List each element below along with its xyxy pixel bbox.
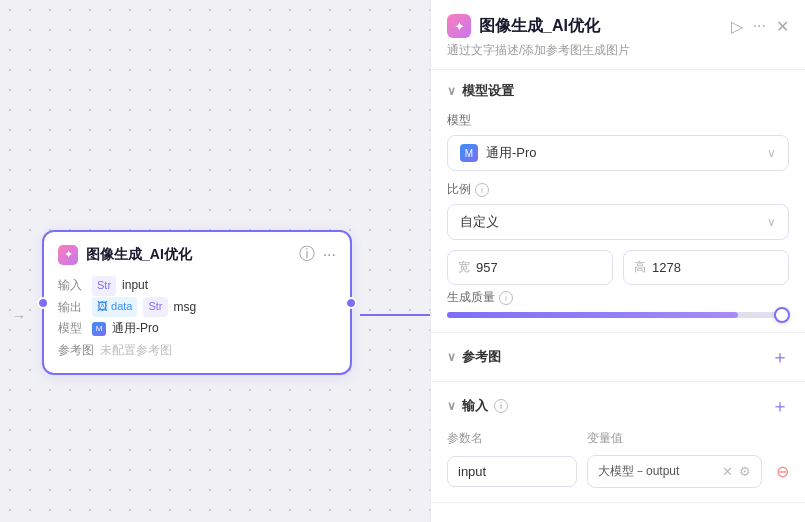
ratio-select[interactable]: 自定义 ∨ bbox=[447, 204, 789, 240]
output-value: msg bbox=[174, 297, 197, 319]
height-value: 1278 bbox=[652, 260, 681, 275]
model-select-icon: M bbox=[460, 144, 478, 162]
panel-body: ∨ 模型设置 模型 M 通用-Pro ∨ 比例 bbox=[431, 70, 805, 522]
node-card: ✦ 图像生成_AI优化 ⓘ ··· 输入 Str input 输出 🖼 data… bbox=[42, 230, 352, 375]
panel-run-button[interactable]: ▷ bbox=[731, 17, 743, 36]
panel-close-button[interactable]: ✕ bbox=[776, 17, 789, 36]
panel-icon: ✦ bbox=[447, 14, 471, 38]
panel-title-row: ✦ 图像生成_AI优化 ▷ ··· ✕ bbox=[447, 14, 789, 38]
model-select[interactable]: M 通用-Pro ∨ bbox=[447, 135, 789, 171]
output-badge-data: 🖼 data bbox=[92, 297, 137, 317]
connection-line bbox=[360, 314, 440, 316]
input-value-text: 大模型－output bbox=[598, 463, 679, 480]
node-title-wrap: ✦ 图像生成_AI优化 bbox=[58, 245, 192, 265]
ratio-field-label: 比例 i bbox=[447, 181, 789, 198]
input-badge-str: Str bbox=[92, 276, 116, 296]
input-value-settings-icon[interactable]: ⚙ bbox=[739, 464, 751, 479]
input-add-button[interactable]: ＋ bbox=[771, 394, 789, 418]
node-row-model: 模型 M 通用-Pro bbox=[58, 318, 336, 340]
right-panel: ✦ 图像生成_AI优化 ▷ ··· ✕ 通过文字描述/添加参考图生成图片 ∨ 模… bbox=[430, 0, 805, 522]
output-badge-msg: Str bbox=[143, 297, 167, 317]
node-row-output: 输出 🖼 data Str msg bbox=[58, 297, 336, 319]
col-value-header: 变量值 bbox=[587, 430, 789, 447]
node-actions: ⓘ ··· bbox=[299, 244, 336, 265]
node-row-input: 输入 Str input bbox=[58, 275, 336, 297]
width-field[interactable]: 宽 957 bbox=[447, 250, 613, 285]
col-param-header: 参数名 bbox=[447, 430, 577, 447]
node-header: ✦ 图像生成_AI优化 ⓘ ··· bbox=[58, 244, 336, 265]
chevron-model-settings: ∨ bbox=[447, 84, 456, 98]
slider-thumb[interactable] bbox=[774, 307, 790, 323]
model-value: 通用-Pro bbox=[112, 318, 159, 340]
node-title: 图像生成_AI优化 bbox=[86, 246, 192, 264]
panel-title-wrap: ✦ 图像生成_AI优化 bbox=[447, 14, 600, 38]
section-reference-header[interactable]: ∨ 参考图 ＋ bbox=[431, 333, 805, 381]
node-row-ref: 参考图 未配置参考图 bbox=[58, 340, 336, 362]
node-icon: ✦ bbox=[58, 245, 78, 265]
output-label: 输出 bbox=[58, 297, 86, 319]
panel-more-button[interactable]: ··· bbox=[753, 17, 766, 35]
ref-label: 参考图 bbox=[58, 340, 94, 362]
canvas: → ✦ 图像生成_AI优化 ⓘ ··· 输入 Str input 输出 bbox=[0, 0, 430, 522]
node-more-button[interactable]: ··· bbox=[323, 246, 336, 264]
left-connector bbox=[37, 297, 49, 309]
chevron-reference: ∨ bbox=[447, 350, 456, 364]
input-table-header: 参数名 变量值 bbox=[447, 430, 789, 447]
input-param-field[interactable]: input bbox=[447, 456, 577, 487]
section-model-settings-header[interactable]: ∨ 模型设置 bbox=[431, 70, 805, 112]
height-field[interactable]: 高 1278 bbox=[623, 250, 789, 285]
input-label: 输入 bbox=[58, 275, 86, 297]
width-label: 宽 bbox=[458, 259, 470, 276]
section-input: ∨ 输入 i ＋ 参数名 变量值 input 大模型－ bbox=[431, 382, 805, 503]
quality-section: 生成质量 i bbox=[447, 289, 789, 318]
section-reference: ∨ 参考图 ＋ bbox=[431, 333, 805, 382]
section-reference-title: ∨ 参考图 bbox=[447, 348, 501, 366]
input-section-info-icon[interactable]: i bbox=[494, 399, 508, 413]
height-label: 高 bbox=[634, 259, 646, 276]
section-model-settings-title: ∨ 模型设置 bbox=[447, 82, 514, 100]
width-value: 957 bbox=[476, 260, 498, 275]
model-select-inner: M 通用-Pro bbox=[460, 144, 537, 162]
input-section-content: 参数名 变量值 input 大模型－output ✕ ⚙ ⊖ bbox=[431, 430, 805, 502]
right-connector bbox=[345, 297, 357, 309]
panel-title: 图像生成_AI优化 bbox=[479, 16, 600, 37]
node-body: 输入 Str input 输出 🖼 data Str msg 模型 M 通用-P… bbox=[58, 275, 336, 361]
model-label: 模型 bbox=[58, 318, 86, 340]
quality-info-icon[interactable]: i bbox=[499, 291, 513, 305]
input-row-delete-button[interactable]: ⊖ bbox=[776, 462, 789, 481]
section-model-settings: ∨ 模型设置 模型 M 通用-Pro ∨ 比例 bbox=[431, 70, 805, 333]
wh-row: 宽 957 高 1278 bbox=[447, 250, 789, 285]
panel-subtitle: 通过文字描述/添加参考图生成图片 bbox=[447, 42, 789, 59]
input-value-remove-tag[interactable]: ✕ bbox=[722, 464, 733, 479]
ratio-info-icon[interactable]: i bbox=[475, 183, 489, 197]
model-chevron-down-icon: ∨ bbox=[767, 146, 776, 160]
model-icon-small: M bbox=[92, 322, 106, 336]
quality-field-label: 生成质量 i bbox=[447, 289, 789, 306]
input-value: input bbox=[122, 275, 148, 297]
input-value-field[interactable]: 大模型－output ✕ ⚙ bbox=[587, 455, 762, 488]
arrow-left: → bbox=[12, 308, 26, 324]
section-input-title: ∨ 输入 i bbox=[447, 397, 508, 415]
panel-header: ✦ 图像生成_AI优化 ▷ ··· ✕ 通过文字描述/添加参考图生成图片 bbox=[431, 0, 805, 70]
section-input-header[interactable]: ∨ 输入 i ＋ bbox=[431, 382, 805, 430]
quality-slider[interactable] bbox=[447, 312, 789, 318]
ratio-select-inner: 自定义 bbox=[460, 213, 499, 231]
slider-fill bbox=[447, 312, 738, 318]
section-model-settings-content: 模型 M 通用-Pro ∨ 比例 i 自定义 bbox=[431, 112, 805, 332]
reference-add-button[interactable]: ＋ bbox=[771, 345, 789, 369]
input-value-actions: ✕ ⚙ bbox=[722, 464, 751, 479]
chevron-input: ∨ bbox=[447, 399, 456, 413]
ref-value: 未配置参考图 bbox=[100, 340, 172, 362]
node-info-button[interactable]: ⓘ bbox=[299, 244, 315, 265]
input-table-row: input 大模型－output ✕ ⚙ ⊖ bbox=[447, 455, 789, 488]
panel-title-actions: ▷ ··· ✕ bbox=[731, 17, 789, 36]
model-field-label: 模型 bbox=[447, 112, 789, 129]
ratio-chevron-down-icon: ∨ bbox=[767, 215, 776, 229]
